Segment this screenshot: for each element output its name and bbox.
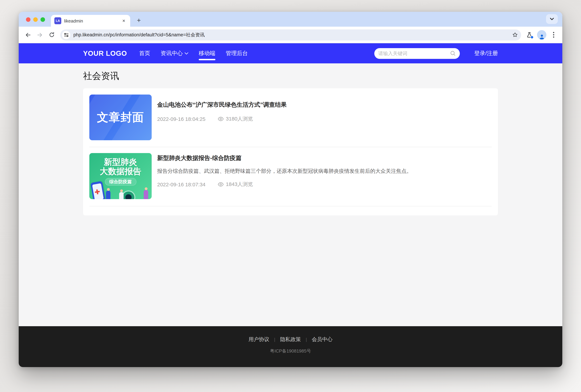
article-item[interactable]: 文章封面 金山电池公布“沪广深市民绿色生活方式”调查结果 2022-09-16 … (89, 88, 492, 147)
site-navbar: YOUR LOGO 首页 资讯中心 移动端 (19, 43, 562, 63)
footer-link-privacy-policy[interactable]: 隐私政策 (280, 336, 301, 343)
cover-title-line2: 大数据报告 (100, 166, 141, 176)
cover-title-line1: 新型肺炎 (104, 158, 137, 166)
cover-caption: 文章封面 (89, 94, 152, 140)
menu-dots-icon (553, 32, 554, 38)
page-content: 社会资讯 文章封面 金山电池公布“沪广深市民绿色生活方式”调查结果 (19, 63, 562, 326)
article-item[interactable]: 新型肺炎 大数据报告 综合防疫篇 (89, 147, 492, 206)
window-controls (26, 17, 45, 22)
footer-separator: | (306, 337, 307, 342)
back-icon (25, 32, 31, 38)
illustration-person (119, 192, 124, 199)
browser-window: LA likeadmin ✕ + ph (19, 12, 562, 367)
icp-record-number: 粤ICP备19081985号 (270, 348, 311, 354)
forward-icon (37, 32, 43, 38)
site-info-button[interactable] (62, 31, 70, 39)
nav-item-news-center[interactable]: 资讯中心 (160, 43, 188, 63)
cover-green-gradient: 新型肺炎 大数据报告 综合防疫篇 (89, 153, 152, 199)
eye-icon (218, 117, 224, 121)
tab-close-icon[interactable]: ✕ (121, 18, 127, 24)
reload-button[interactable] (46, 29, 57, 41)
footer-separator: | (274, 337, 275, 342)
article-cover-image[interactable]: 新型肺炎 大数据报告 综合防疫篇 (89, 153, 152, 199)
experiments-button[interactable] (524, 29, 535, 40)
new-tab-button[interactable]: + (134, 16, 143, 25)
article-title[interactable]: 金山电池公布“沪广深市民绿色生活方式”调查结果 (157, 101, 492, 109)
minimize-window-button[interactable] (33, 17, 38, 22)
article-views: 1843人浏览 (226, 181, 253, 188)
footer-link-user-agreement[interactable]: 用户协议 (248, 336, 269, 343)
illustration-person (106, 191, 110, 199)
nav-item-label: 移动端 (199, 50, 215, 57)
illustration-red-cross (94, 189, 100, 194)
article-cover-image[interactable]: 文章封面 (89, 94, 152, 140)
address-bar[interactable]: php.likeadmin.cn/pc/information/default?… (60, 29, 521, 40)
close-window-button[interactable] (26, 17, 30, 22)
article-date: 2022-09-16 18:07:34 (157, 182, 205, 187)
back-button[interactable] (22, 29, 34, 41)
article-meta: 2022-09-16 18:07:34 1843人浏览 (157, 181, 492, 188)
nav-item-label: 首页 (139, 50, 150, 57)
article-views: 3180人浏览 (226, 116, 253, 122)
notification-dot (531, 36, 534, 38)
nav-item-label: 管理后台 (226, 50, 248, 57)
site-search-box[interactable] (374, 48, 460, 59)
tune-icon (64, 33, 68, 37)
eye-icon (218, 182, 224, 187)
search-input[interactable] (378, 50, 450, 56)
browser-tab[interactable]: LA likeadmin ✕ (51, 15, 130, 27)
profile-avatar[interactable] (537, 30, 546, 40)
browser-menu-button[interactable] (549, 29, 559, 40)
tab-strip: LA likeadmin ✕ + (19, 12, 562, 27)
illustration-person (144, 190, 148, 199)
nav-item-admin[interactable]: 管理后台 (226, 43, 248, 63)
tab-search-button[interactable] (546, 14, 558, 24)
nav-item-label: 资讯中心 (160, 50, 183, 57)
article-meta: 2022-09-16 18:04:25 3180人浏览 (157, 116, 492, 122)
site-footer: 用户协议 | 隐私政策 | 会员中心 粤ICP备19081985号 (19, 326, 562, 367)
tab-title: likeadmin (64, 18, 121, 23)
login-register-link[interactable]: 登录/注册 (474, 50, 498, 57)
active-tab-underline (199, 59, 215, 60)
footer-link-member-center[interactable]: 会员中心 (312, 336, 333, 343)
illustration-watch (122, 192, 134, 199)
desktop-background: LA likeadmin ✕ + ph (0, 0, 581, 392)
nav-menu: 首页 资讯中心 移动端 管理后台 (139, 43, 248, 63)
person-icon (539, 34, 545, 40)
tab-favicon: LA (54, 17, 61, 24)
cover-blue-gradient: 文章封面 (89, 94, 152, 140)
article-date: 2022-09-16 18:04:25 (157, 116, 205, 122)
article-description: 报告分综合防疫篇、武汉篇、拒绝野味篇三个部分，还原本次新型冠状病毒肺炎疫情发生前… (157, 167, 492, 174)
chevron-down-icon (550, 18, 554, 20)
nav-item-home[interactable]: 首页 (139, 43, 150, 63)
toolbar-actions (524, 29, 559, 40)
bookmark-button[interactable] (510, 30, 519, 39)
search-icon[interactable] (450, 50, 456, 56)
star-icon (512, 32, 518, 38)
footer-links: 用户协议 | 隐私政策 | 会员中心 (248, 336, 333, 343)
url-text[interactable]: php.likeadmin.cn/pc/information/default?… (73, 32, 510, 38)
chevron-down-icon (184, 52, 188, 54)
page-title: 社会资讯 (83, 70, 498, 82)
forward-button[interactable] (34, 29, 46, 41)
browser-toolbar: php.likeadmin.cn/pc/information/default?… (19, 27, 562, 43)
site-logo[interactable]: YOUR LOGO (83, 49, 127, 57)
reload-icon (49, 32, 54, 38)
zoom-window-button[interactable] (40, 17, 45, 22)
cover-badge: 综合防疫篇 (105, 178, 136, 186)
nav-item-mobile[interactable]: 移动端 (199, 43, 215, 63)
article-list-card: 文章封面 金山电池公布“沪广深市民绿色生活方式”调查结果 2022-09-16 … (83, 88, 498, 216)
article-title[interactable]: 新型肺炎大数据报告-综合防疫篇 (157, 154, 492, 162)
